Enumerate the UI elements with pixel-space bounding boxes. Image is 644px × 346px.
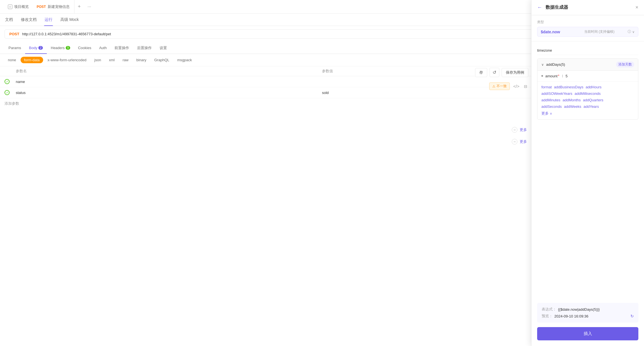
format-none-label: none: [8, 58, 16, 62]
tag-row-2: addISOWeekYears addMilliseconds: [541, 91, 634, 96]
timezone-label: timezone: [537, 48, 638, 52]
format-binary[interactable]: binary: [133, 57, 150, 63]
minus-button-status[interactable]: −: [512, 139, 517, 144]
format-graphql[interactable]: GraphQL: [151, 57, 173, 63]
tab-auth[interactable]: Auth: [95, 42, 111, 54]
more-label: 更多: [541, 111, 549, 116]
request-tab[interactable]: POST 新建宠物信息: [32, 0, 74, 14]
amount-dot: [541, 75, 543, 77]
save-button[interactable]: 存: [475, 68, 487, 77]
subnav-docs[interactable]: 文档: [5, 14, 14, 26]
refresh-icon[interactable]: ↻: [630, 314, 634, 318]
format-msgpack-label: msgpack: [177, 58, 192, 62]
format-none[interactable]: none: [5, 57, 19, 63]
row-check-status[interactable]: [5, 90, 10, 95]
tab-params[interactable]: Params: [5, 42, 25, 54]
format-xml[interactable]: xml: [105, 57, 118, 63]
code-view-button[interactable]: </>: [512, 83, 521, 90]
tag-format[interactable]: format: [541, 85, 552, 89]
tag-addYears[interactable]: addYears: [583, 104, 599, 109]
tab-body[interactable]: Body 2: [25, 42, 47, 54]
tag-addISOWeekYears[interactable]: addISOWeekYears: [541, 91, 572, 96]
more-row[interactable]: 更多 ∨: [541, 111, 634, 116]
reset-button[interactable]: ↺: [489, 68, 499, 77]
subnav-modify-docs-label: 修改文档: [21, 17, 37, 22]
more-tabs-button[interactable]: ···: [84, 4, 94, 9]
subnav-run[interactable]: 运行: [44, 14, 53, 26]
headers-badge: 9: [66, 46, 70, 50]
function-tags: format addBusinessDays addHours addISOWe…: [537, 82, 638, 119]
add-tab-button[interactable]: +: [74, 4, 84, 10]
format-graphql-label: GraphQL: [154, 58, 169, 62]
expression-value: {{$date.now|addDays(5)}}: [558, 307, 600, 312]
project-label: 项目概览: [14, 4, 29, 9]
tab-cookies[interactable]: Cookies: [74, 42, 95, 54]
tab-settings[interactable]: 设置: [156, 42, 171, 54]
amount-label: amount: [545, 74, 557, 78]
add-days-section: ∨ addDays(5) 添加天数 amount * ： format a: [537, 58, 638, 120]
inconsistent-badge[interactable]: ⚠ 不一致: [489, 82, 510, 90]
expression-section: 表达式： {{$date.now|addDays(5)}} 预览： 2024-0…: [537, 303, 638, 323]
project-overview[interactable]: ⊙ 项目概览: [5, 4, 32, 9]
tab-pre-operation[interactable]: 前置操作: [111, 42, 133, 54]
format-urlencoded[interactable]: x-www-form-urlencoded: [44, 57, 90, 63]
subnav-advanced-mock[interactable]: 高级 Mock: [60, 14, 79, 26]
insert-button[interactable]: 插入: [537, 327, 638, 340]
tab-name: 新建宠物信息: [48, 4, 70, 9]
tab-settings-label: 设置: [160, 45, 167, 51]
panel-title: 数据生成器: [546, 5, 632, 10]
panel-back-button[interactable]: ←: [537, 5, 542, 10]
row-check-name[interactable]: [5, 79, 10, 84]
row-actions-name: − 更多: [512, 127, 527, 133]
minus-button-name[interactable]: −: [512, 127, 517, 133]
panel-header: ← 数据生成器 ×: [531, 0, 644, 15]
more-chevron-icon: ∨: [550, 112, 552, 115]
format-json[interactable]: json: [91, 57, 105, 63]
save-example-button[interactable]: 保存为用例: [502, 68, 528, 77]
type-selector[interactable]: $date.now 当前时间 (支持偏移) ⓘ ∨: [537, 27, 638, 37]
inconsistent-label: 不一致: [497, 84, 507, 89]
tab-params-label: Params: [8, 46, 21, 50]
format-form-data[interactable]: form-data: [21, 57, 43, 63]
more-button-name[interactable]: 更多: [520, 127, 527, 132]
tab-headers-label: Headers: [51, 46, 65, 50]
tab-headers[interactable]: Headers 9: [47, 42, 74, 54]
format-raw[interactable]: raw: [119, 57, 132, 63]
format-xml-label: xml: [109, 58, 114, 62]
add-days-header[interactable]: ∨ addDays(5) 添加天数: [537, 59, 638, 71]
tag-addSeconds[interactable]: addSeconds: [541, 104, 562, 109]
tag-addHours[interactable]: addHours: [586, 85, 601, 89]
tag-addWeeks[interactable]: addWeeks: [564, 104, 581, 109]
subnav-run-label: 运行: [45, 17, 52, 22]
subnav-docs-label: 文档: [5, 17, 13, 22]
add-days-badge: 添加天数: [616, 62, 634, 67]
tag-addMilliseconds[interactable]: addMilliseconds: [575, 91, 601, 96]
amount-required: *: [558, 74, 559, 78]
amount-input[interactable]: [566, 74, 577, 78]
tab-auth-label: Auth: [99, 46, 107, 50]
type-chevron-icon: ∨: [632, 30, 635, 34]
tag-addBusinessDays[interactable]: addBusinessDays: [554, 85, 583, 89]
format-msgpack[interactable]: msgpack: [174, 57, 195, 63]
row-actions-status: − 更多: [512, 139, 527, 144]
amount-row: amount * ：: [537, 71, 638, 82]
tab-post-operation[interactable]: 后置操作: [133, 42, 156, 54]
subnav-modify-docs[interactable]: 修改文档: [20, 14, 37, 26]
amount-colon: ：: [561, 73, 564, 78]
preview-label: 预览：: [542, 314, 553, 319]
type-desc: 当前时间 (支持偏移): [584, 29, 628, 34]
subnav-advanced-mock-label: 高级 Mock: [60, 17, 79, 22]
info-icon: ⓘ: [628, 29, 631, 34]
tag-row-4: addSeconds addWeeks addYears: [541, 104, 634, 109]
panel-body: timezone ∨ addDays(5) 添加天数 amount * ：: [531, 41, 644, 303]
expand-icon: ∨: [541, 63, 544, 67]
type-name: $date.now: [541, 30, 584, 34]
format-form-data-label: form-data: [24, 58, 40, 62]
page: ⊙ 项目概览 POST 新建宠物信息 + ··· 测试 测试环境 ∨ ☰ 文档 …: [0, 0, 644, 346]
tag-addMinutes[interactable]: addMinutes: [541, 98, 560, 102]
more-button-status[interactable]: 更多: [520, 139, 527, 144]
panel-close-button[interactable]: ×: [635, 5, 638, 10]
tag-addMonths[interactable]: addMonths: [563, 98, 581, 102]
layout-button[interactable]: ⊟: [523, 83, 528, 90]
tag-addQuarters[interactable]: addQuarters: [583, 98, 603, 102]
